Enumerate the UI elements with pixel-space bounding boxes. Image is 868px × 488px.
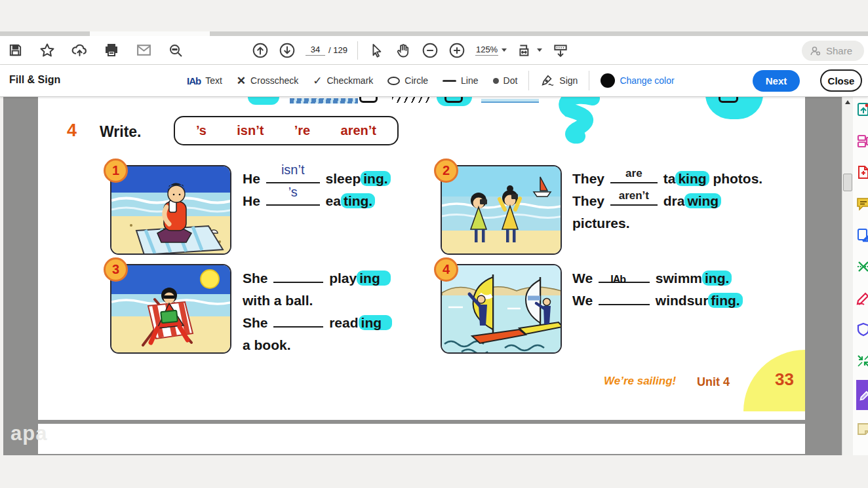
sentence-text: He xyxy=(243,193,264,208)
answer-blank[interactable] xyxy=(599,290,650,305)
circle-label: Circle xyxy=(404,75,428,86)
sentence-text: They xyxy=(572,193,608,208)
sign-tool-button[interactable]: Sign xyxy=(537,74,581,87)
windsurfing-illustration xyxy=(442,265,562,354)
exercise-picture-3: 3 xyxy=(110,264,231,354)
change-color-button[interactable]: Change color xyxy=(597,73,677,88)
video-watermark: apa xyxy=(10,422,47,445)
sentence-text: with a ball. xyxy=(243,293,313,308)
sentence-line: They are taking photos. xyxy=(572,168,762,190)
beach-woman-reading-illustration xyxy=(111,265,231,354)
highlighted-text: wing xyxy=(684,193,721,208)
protect-pdf-icon[interactable] xyxy=(856,322,868,337)
hand-tool-icon[interactable] xyxy=(395,42,412,59)
page-fit-dropdown[interactable] xyxy=(517,42,542,59)
zoom-in-icon[interactable] xyxy=(448,42,465,59)
text-tool-cursor: IAb xyxy=(610,269,625,291)
fill-sign-title: Fill & Sign xyxy=(9,74,60,86)
word-bank-word: ’s xyxy=(196,123,207,138)
vertical-scrollbar[interactable] xyxy=(842,97,853,455)
zoom-out-icon[interactable] xyxy=(422,42,439,59)
print-icon[interactable] xyxy=(103,42,120,59)
scroll-up-arrow-icon[interactable] xyxy=(845,100,850,104)
highlighted-text: ing. xyxy=(361,171,390,186)
dot-tool-button[interactable]: Dot xyxy=(490,75,521,86)
highlighted-text: ing. xyxy=(702,271,732,286)
picture-frame xyxy=(110,165,231,255)
fill-sign-divider xyxy=(589,71,589,90)
sentence-text: ea xyxy=(322,193,341,208)
sentence-text: She xyxy=(243,315,271,330)
export-excel-icon[interactable] xyxy=(856,259,868,274)
circle-tool-button[interactable]: Circle xyxy=(384,75,431,86)
answer-blank[interactable] xyxy=(273,312,323,328)
highlighted-text: ing xyxy=(357,271,391,286)
organize-pages-icon[interactable] xyxy=(856,134,868,148)
page-number-input[interactable] xyxy=(306,45,325,56)
cloud-upload-icon[interactable] xyxy=(71,42,88,59)
sentence-text: a book. xyxy=(243,337,291,352)
scissors-icon[interactable]: ✂ xyxy=(856,453,868,455)
email-icon[interactable] xyxy=(135,42,152,59)
answer-blank[interactable]: are xyxy=(610,168,658,183)
export-pdf-icon[interactable] xyxy=(856,102,868,117)
zoom-level-dropdown[interactable]: 125% xyxy=(475,45,507,56)
answer-blank[interactable]: aren’t xyxy=(610,190,658,206)
next-page-icon[interactable] xyxy=(279,42,296,59)
combine-files-icon[interactable] xyxy=(856,228,868,242)
create-pdf-icon[interactable] xyxy=(856,165,868,179)
picture-number-badge: 4 xyxy=(434,257,458,282)
sentence-line: They aren’t drawing xyxy=(572,190,762,212)
line-icon xyxy=(443,80,456,82)
checkmark-tool-button[interactable]: ✓ Checkmark xyxy=(309,74,376,88)
toolbar-divider xyxy=(357,41,358,60)
fill-sign-tool-selected[interactable] xyxy=(856,380,868,410)
current-color-swatch xyxy=(601,73,615,88)
share-button[interactable]: Share xyxy=(802,41,864,61)
comment-icon[interactable] xyxy=(856,197,868,211)
exercise-instruction: Write. xyxy=(100,123,141,141)
scrolling-mode-icon[interactable] xyxy=(552,42,569,59)
dot-icon xyxy=(493,78,499,84)
scrollbar-thumb[interactable] xyxy=(843,174,852,191)
close-button[interactable]: Close xyxy=(820,69,862,92)
answer-blank[interactable]: IAb xyxy=(599,267,650,283)
crosscheck-label: Crosscheck xyxy=(250,75,298,86)
previous-page-icon[interactable] xyxy=(252,42,269,59)
unit-label: Unit 4 xyxy=(697,375,730,389)
sentence-text: read xyxy=(325,315,358,330)
zoom-level-value: 125% xyxy=(475,45,498,56)
sticky-note-icon[interactable] xyxy=(856,422,868,436)
sentence-line: She reading xyxy=(243,312,392,334)
highlighted-text: fing. xyxy=(708,293,742,308)
star-icon[interactable] xyxy=(39,42,56,59)
word-bank-word: isn’t xyxy=(237,123,264,138)
sentence-text: ta xyxy=(660,171,676,186)
cross-icon: ✕ xyxy=(237,74,246,88)
exercise-picture-4: 4 xyxy=(441,264,562,354)
answer-blank[interactable]: ’s xyxy=(266,190,320,206)
sentence-line: with a ball. xyxy=(243,290,392,312)
text-tool-icon: IAb xyxy=(187,75,201,86)
text-tool-button[interactable]: IAb Text xyxy=(184,75,226,86)
active-tab[interactable] xyxy=(90,31,210,36)
sign-label: Sign xyxy=(559,75,578,86)
select-tool-icon[interactable] xyxy=(368,42,385,59)
exercise-number: 4 xyxy=(67,121,77,141)
sentence-line: He ’s eating. xyxy=(243,190,391,212)
line-tool-button[interactable]: Line xyxy=(439,75,481,86)
picture-frame xyxy=(441,264,562,354)
window-tab-strip xyxy=(0,31,868,36)
sentence-text: pictures. xyxy=(572,216,630,231)
search-icon[interactable] xyxy=(167,42,184,59)
compress-pdf-icon[interactable] xyxy=(856,354,868,368)
fill-sign-toolbar: Fill & Sign IAb Text ✕ Crosscheck ✓ Chec… xyxy=(0,65,868,97)
next-button[interactable]: Next xyxy=(753,70,800,92)
save-icon[interactable] xyxy=(7,42,24,59)
circled-answer-box xyxy=(719,97,738,103)
crosscheck-tool-button[interactable]: ✕ Crosscheck xyxy=(233,74,302,88)
sentence-text: He xyxy=(243,171,264,186)
request-signatures-icon[interactable] xyxy=(856,291,868,305)
toolbar-center-group: / 129 125% xyxy=(252,36,569,64)
answer-blank[interactable] xyxy=(273,267,323,283)
